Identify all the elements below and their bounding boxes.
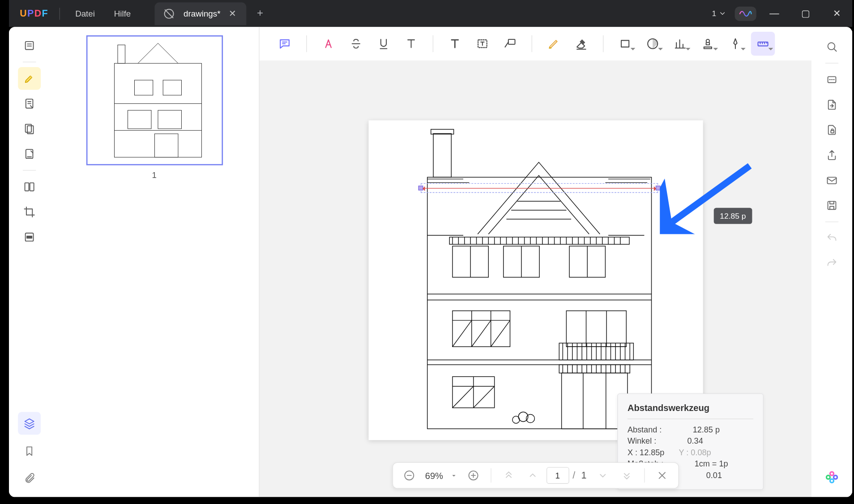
ai-button[interactable] <box>820 466 843 489</box>
thumbnail-page-number: 1 <box>58 170 251 179</box>
current-page-input[interactable] <box>546 467 569 483</box>
form-mode-button[interactable] <box>18 143 41 165</box>
prev-page-button[interactable] <box>522 465 543 486</box>
menu-help[interactable]: Hilfe <box>104 8 140 18</box>
reader-icon <box>23 39 35 51</box>
convert-button[interactable] <box>820 93 843 116</box>
organize-mode-button[interactable] <box>18 117 41 140</box>
layers-button[interactable] <box>18 412 41 435</box>
next-page-button[interactable] <box>593 465 613 486</box>
menu-file[interactable]: Datei <box>66 8 105 18</box>
close-nav-button[interactable] <box>652 465 672 486</box>
mail-icon <box>826 174 838 186</box>
svg-rect-12 <box>128 110 151 129</box>
window-maximize-button[interactable]: ▢ <box>792 0 819 27</box>
distance-label: Abstand : <box>628 425 662 434</box>
ruler-icon <box>756 37 769 50</box>
toolbar-separator <box>603 35 603 52</box>
page[interactable]: 12.85 p <box>368 120 703 440</box>
svg-rect-25 <box>433 134 451 178</box>
callout-tool[interactable] <box>498 32 522 56</box>
svg-rect-47 <box>828 201 836 209</box>
measure-tool[interactable] <box>751 32 775 56</box>
rail-separator <box>825 221 838 222</box>
reader-mode-button[interactable] <box>18 34 41 57</box>
svg-rect-15 <box>163 80 181 95</box>
document-tab[interactable]: drawings* ✕ <box>155 2 246 25</box>
redo-button[interactable] <box>820 252 843 275</box>
zoom-value: 69% <box>425 470 443 481</box>
protect-button[interactable] <box>820 119 843 141</box>
total-pages: 1 <box>579 470 589 481</box>
app-logo: UPDF <box>20 8 48 19</box>
bookmarks-button[interactable] <box>18 440 41 462</box>
shape-tool[interactable] <box>613 32 637 56</box>
strikethrough-tool[interactable] <box>344 32 368 56</box>
document-canvas[interactable]: 12.85 p Abstandswerkzeug Abstand : 12.85… <box>260 60 811 497</box>
textbox-tool[interactable] <box>470 32 495 56</box>
svg-rect-31 <box>452 311 510 347</box>
comment-mode-button[interactable] <box>18 67 41 90</box>
sticker-tool[interactable] <box>640 32 665 56</box>
attachments-button[interactable] <box>18 467 41 490</box>
stamp-tool[interactable] <box>668 32 692 56</box>
angle-label: Winkel : <box>628 436 656 445</box>
redact-icon <box>23 231 35 243</box>
left-tool-rail <box>9 27 50 497</box>
last-page-button[interactable] <box>616 465 637 486</box>
first-page-button[interactable] <box>498 465 519 486</box>
rail-separator <box>23 170 36 170</box>
zoom-out-button[interactable] <box>399 465 419 486</box>
pencil-tool[interactable] <box>542 32 566 56</box>
x-value: 12.85p <box>640 448 664 457</box>
measure-line[interactable] <box>423 188 655 188</box>
svg-rect-46 <box>827 177 836 184</box>
edit-doc-icon <box>23 97 35 110</box>
search-button[interactable] <box>820 35 843 58</box>
window-minimize-button[interactable]: — <box>761 0 788 27</box>
svg-rect-11 <box>117 45 124 63</box>
svg-rect-39 <box>559 364 630 373</box>
svg-rect-13 <box>158 110 181 129</box>
comment-tool[interactable] <box>273 32 297 56</box>
panel-divider <box>628 419 753 419</box>
edit-mode-button[interactable] <box>18 92 41 115</box>
crop-button[interactable] <box>18 201 41 224</box>
zoom-in-button[interactable] <box>463 465 483 486</box>
email-button[interactable] <box>820 169 843 192</box>
distance-value: 12.85 p <box>693 425 720 434</box>
y-label: Y : <box>679 448 689 457</box>
chevron-down-icon <box>597 470 609 482</box>
chevron-up-icon <box>526 470 538 482</box>
highlight-tool[interactable] <box>316 32 341 56</box>
page-thumbnail[interactable] <box>86 35 222 165</box>
ai-assistant-button[interactable] <box>735 6 756 21</box>
eraser-tool[interactable] <box>569 32 594 56</box>
underline-tool[interactable] <box>371 32 396 56</box>
redact-button[interactable] <box>18 226 41 249</box>
new-tab-button[interactable]: + <box>257 7 263 20</box>
eraser-icon <box>575 37 588 50</box>
svg-rect-20 <box>621 40 629 47</box>
caret-down-icon <box>450 472 457 479</box>
comment-icon <box>278 37 291 50</box>
titlebar-page-indicator[interactable]: 1 <box>708 9 730 18</box>
close-icon <box>656 470 668 482</box>
nav-separator <box>644 468 645 483</box>
undo-button[interactable] <box>820 227 843 250</box>
compare-button[interactable] <box>18 175 41 198</box>
save-button[interactable] <box>820 194 843 217</box>
tab-close-button[interactable]: ✕ <box>229 8 236 19</box>
scale-value: 1cm = 1p <box>695 459 728 468</box>
window-close-button[interactable]: ✕ <box>824 0 850 27</box>
signature-tool[interactable] <box>696 32 720 56</box>
measure-value-badge: 12.85 p <box>714 208 752 224</box>
image-tool[interactable] <box>723 32 747 56</box>
tab-doc-icon <box>163 8 175 20</box>
text-tool[interactable] <box>443 32 467 56</box>
ocr-button[interactable] <box>820 68 843 91</box>
zoom-dropdown[interactable]: 69% <box>423 470 459 481</box>
squiggly-tool[interactable] <box>399 32 423 56</box>
form-icon <box>23 148 35 160</box>
share-button[interactable] <box>820 144 843 166</box>
